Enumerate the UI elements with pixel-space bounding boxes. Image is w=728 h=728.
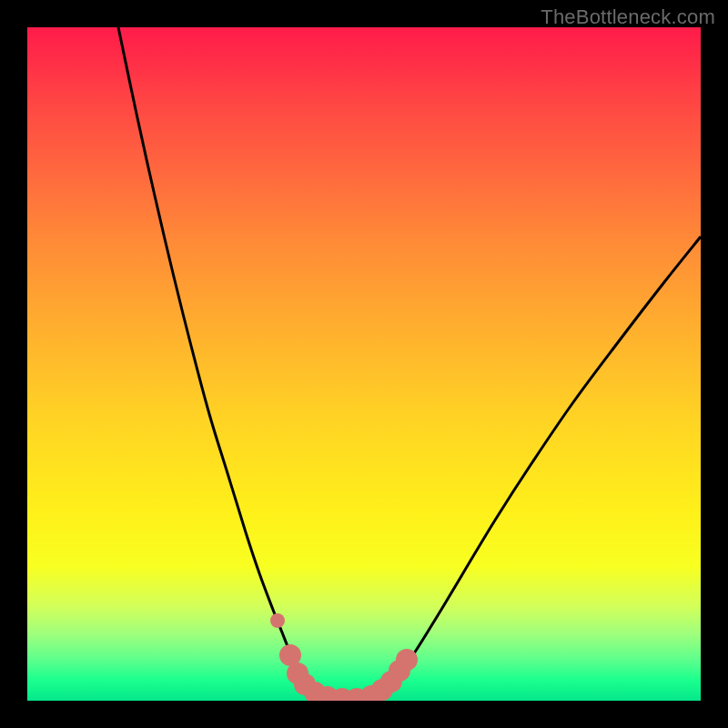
- dots-layer: [27, 27, 701, 701]
- watermark-text: TheBottleneck.com: [541, 5, 715, 29]
- marker-dot: [270, 613, 285, 628]
- marker-dot: [396, 649, 418, 671]
- chart-frame: [27, 27, 701, 701]
